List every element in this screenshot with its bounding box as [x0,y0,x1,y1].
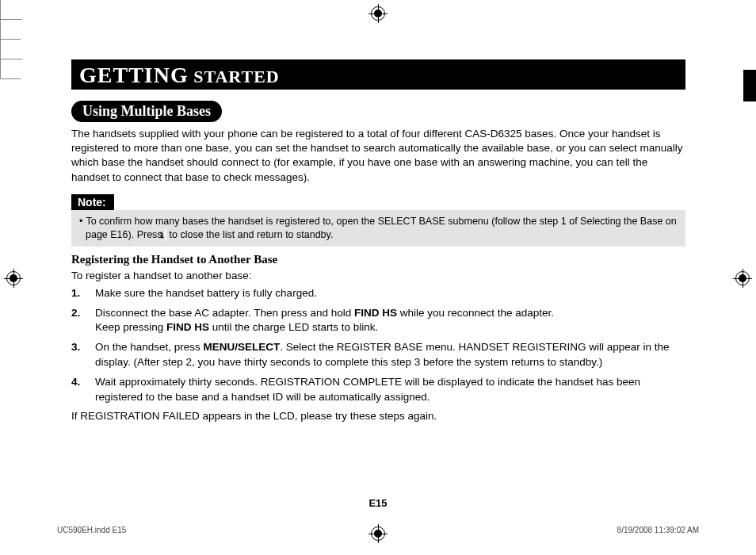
registration-mark-left [6,271,21,285]
subheading: Registering the Handset to Another Base [71,253,685,266]
note-text-after: to close the list and return to standby. [166,229,333,240]
registration-mark-right [735,271,750,285]
subsection-pill: Using Multiple Bases [71,101,222,122]
footer: UC590EH.indd E15 8/19/2008 11:39:02 AM [57,526,699,534]
step-item: Disconnect the base AC adapter. Then pre… [71,306,685,336]
side-tab [743,70,756,101]
note-box: Note: •To confirm how many bases the han… [71,185,685,247]
section-title-bar: GETTING STARTED [71,59,685,90]
note-label: Note: [71,194,114,210]
footer-file: UC590EH.indd E15 [57,526,126,534]
note-body: •To confirm how many bases the handset i… [71,210,685,247]
lead-text: To register a handset to another base: [71,270,685,281]
intro-paragraph: The handsets supplied with your phone ca… [71,127,685,185]
step-item: Make sure the handset battery is fully c… [71,286,685,301]
step-item: Wait approximately thirty seconds. REGIS… [71,375,685,405]
after-text: If REGISTRATION FAILED appears in the LC… [71,410,685,422]
step-item: On the handset, press MENU/SELECT. Selec… [71,340,685,370]
title-small: STARTED [189,67,280,86]
registration-mark-top [371,6,385,21]
title-big: GETTING [79,63,189,87]
page-number: E15 [0,497,756,509]
footer-stamp: 8/19/2008 11:39:02 AM [617,526,699,534]
page-content: GETTING STARTED Using Multiple Bases The… [71,59,685,422]
steps-list: Make sure the handset battery is fully c… [71,286,685,405]
